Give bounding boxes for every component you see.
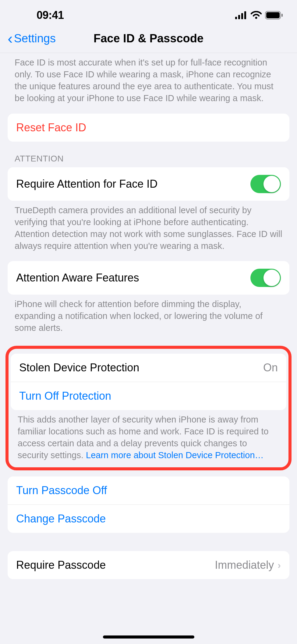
require-passcode-row[interactable]: Require Passcode Immediately › <box>8 551 289 579</box>
change-passcode-button[interactable]: Change Passcode <box>8 504 289 533</box>
status-indicators <box>235 11 283 19</box>
require-passcode-group: Require Passcode Immediately › <box>8 551 289 579</box>
turn-off-protection-label: Turn Off Protection <box>19 390 111 402</box>
cellular-icon <box>235 11 247 19</box>
stolen-device-group: Stolen Device Protection On Turn Off Pro… <box>11 354 286 410</box>
toggle-knob <box>263 270 280 286</box>
require-attention-group: Require Attention for Face ID <box>8 167 289 201</box>
learn-more-link[interactable]: Learn more about Stolen Device Protectio… <box>86 450 264 460</box>
svg-rect-6 <box>281 14 283 17</box>
change-passcode-label: Change Passcode <box>16 512 106 525</box>
stolen-device-row[interactable]: Stolen Device Protection On <box>11 354 286 382</box>
battery-icon <box>265 11 283 19</box>
svg-rect-5 <box>266 12 280 18</box>
stolen-device-value: On <box>263 361 278 374</box>
turn-passcode-off-label: Turn Passcode Off <box>16 484 107 497</box>
attention-aware-label: Attention Aware Features <box>16 271 139 284</box>
status-time: 09:41 <box>37 9 64 22</box>
require-passcode-label: Require Passcode <box>16 559 106 571</box>
stolen-device-label: Stolen Device Protection <box>19 361 139 374</box>
reset-faceid-group: Reset Face ID <box>8 114 289 142</box>
svg-rect-1 <box>238 15 240 19</box>
svg-rect-0 <box>235 17 237 19</box>
back-label: Settings <box>14 32 56 45</box>
chevron-left-icon: ‹ <box>8 35 13 42</box>
require-attention-toggle[interactable] <box>250 175 281 193</box>
status-bar: 09:41 <box>0 0 297 27</box>
require-passcode-value: Immediately <box>215 559 274 571</box>
attention-aware-footer: iPhone will check for attention before d… <box>0 295 297 343</box>
chevron-right-icon: › <box>278 560 281 571</box>
stolen-device-footer: This adds another layer of security when… <box>9 410 288 465</box>
home-indicator[interactable] <box>103 635 194 639</box>
reset-faceid-label: Reset Face ID <box>16 121 86 134</box>
navigation-bar: ‹ Settings Face ID & Passcode <box>0 27 297 53</box>
page-title: Face ID & Passcode <box>94 32 203 45</box>
attention-aware-row: Attention Aware Features <box>8 261 289 295</box>
svg-rect-2 <box>241 13 243 19</box>
svg-rect-3 <box>244 11 246 19</box>
faceid-mask-footer: Face ID is most accurate when it's set u… <box>0 53 297 114</box>
stolen-device-highlight: Stolen Device Protection On Turn Off Pro… <box>5 346 292 471</box>
attention-section-header: ATTENTION <box>0 142 297 167</box>
turn-passcode-off-button[interactable]: Turn Passcode Off <box>8 476 289 504</box>
require-attention-footer: TrueDepth camera provides an additional … <box>0 201 297 261</box>
toggle-knob <box>263 176 280 192</box>
require-attention-label: Require Attention for Face ID <box>16 178 157 190</box>
attention-aware-group: Attention Aware Features <box>8 261 289 295</box>
wifi-icon <box>250 11 262 19</box>
reset-faceid-button[interactable]: Reset Face ID <box>8 114 289 142</box>
passcode-group: Turn Passcode Off Change Passcode <box>8 476 289 533</box>
require-attention-row: Require Attention for Face ID <box>8 167 289 201</box>
back-button[interactable]: ‹ Settings <box>8 32 56 45</box>
turn-off-protection-button[interactable]: Turn Off Protection <box>11 382 286 410</box>
attention-aware-toggle[interactable] <box>250 269 281 287</box>
